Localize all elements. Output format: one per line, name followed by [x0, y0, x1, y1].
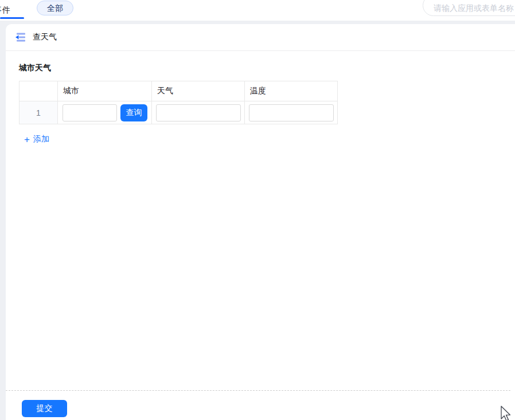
panel-footer: 提交 [6, 390, 510, 417]
add-row-label: 添加 [33, 134, 49, 144]
header-temperature: 温度 [245, 81, 338, 101]
weather-cell [152, 101, 245, 124]
submit-button[interactable]: 提交 [22, 400, 67, 417]
form-body: 城市天气 城市 天气 温度 1 查询 [6, 51, 515, 144]
plus-icon: + [24, 135, 30, 144]
table-header-row: 城市 天气 温度 [19, 81, 338, 101]
active-tab-underline [0, 17, 24, 19]
header-index [19, 81, 58, 101]
tab-events-label: 事件 [0, 5, 11, 14]
city-weather-table: 城市 天气 温度 1 查询 [19, 81, 338, 124]
form-panel: 查天气 城市天气 城市 天气 温度 1 [6, 24, 515, 420]
header-weather: 天气 [152, 81, 245, 101]
mouse-cursor-icon [500, 406, 512, 420]
panel-header: 查天气 [6, 24, 515, 51]
query-button[interactable]: 查询 [120, 104, 147, 121]
city-cell: 查询 [58, 101, 152, 124]
search-input[interactable] [423, 0, 515, 16]
temperature-cell [245, 101, 338, 124]
table-field-label: 城市天气 [19, 63, 515, 73]
temperature-input[interactable] [249, 104, 334, 121]
top-tab-bar: 事件 全部 [0, 0, 515, 21]
tab-events[interactable]: 事件 [0, 2, 17, 17]
row-index-cell: 1 [19, 101, 58, 124]
add-row-link[interactable]: + 添加 [24, 134, 49, 144]
header-city: 城市 [58, 81, 152, 101]
filter-all-pill[interactable]: 全部 [37, 1, 73, 15]
panel-title: 查天气 [33, 32, 57, 42]
table-row: 1 查询 [19, 101, 338, 124]
weather-input[interactable] [156, 104, 241, 121]
city-input[interactable] [63, 104, 117, 121]
back-collapse-icon[interactable] [15, 32, 26, 42]
